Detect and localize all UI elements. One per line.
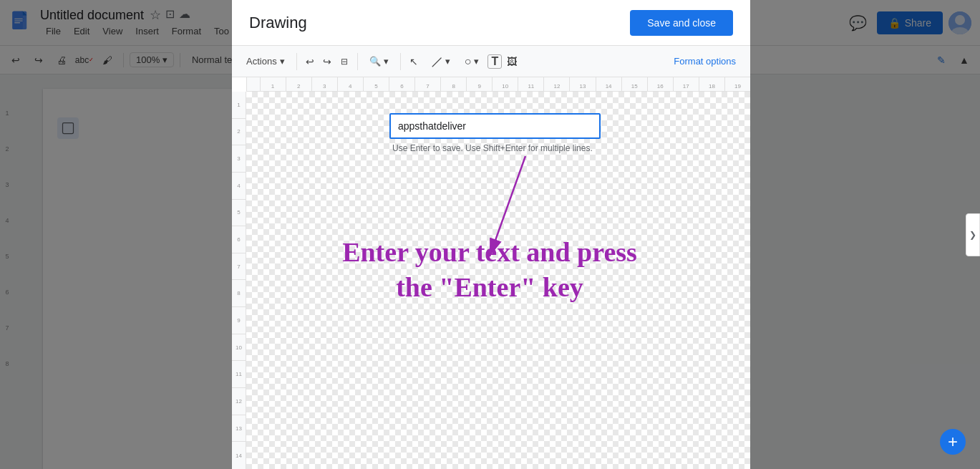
- drawing-ruler-top: 1 2 3 4 5 6 7 8 9 10 11 12 13 14 15 16 1…: [246, 77, 750, 92]
- ruler-left-3: 3: [232, 145, 246, 173]
- ruler-tick-3: 3: [311, 77, 337, 91]
- ruler-tick-17: 17: [673, 77, 699, 91]
- canvas-textbox-container: Use Enter to save. Use Shift+Enter for m…: [389, 113, 601, 153]
- canvas-arrow-svg: [475, 156, 561, 271]
- ruler-left-6: 6: [232, 226, 246, 253]
- drawing-dialog: Drawing Save and close Actions ▾ ↩ ↪ ⊟ 🔍…: [232, 0, 750, 469]
- collapse-panel-button[interactable]: ❯: [966, 213, 980, 256]
- drawing-title: Drawing: [249, 14, 307, 32]
- ruler-tick-15: 15: [621, 77, 647, 91]
- ruler-left-1: 1: [232, 92, 246, 119]
- ruler-tick-7: 7: [414, 77, 440, 91]
- toolbar-sep-c: [400, 53, 401, 70]
- shape-chevron-icon: ▾: [474, 56, 479, 67]
- svg-line-14: [490, 156, 525, 256]
- text-tool-button[interactable]: T: [487, 54, 502, 69]
- ruler-ticks: 1 2 3 4 5 6 7 8 9 10 11 12 13 14 15 16 1…: [246, 77, 750, 91]
- ruler-tick-13: 13: [569, 77, 595, 91]
- zoom-in-icon: 🔍: [369, 56, 381, 67]
- actions-button[interactable]: Actions ▾: [241, 53, 291, 69]
- format-options-button[interactable]: Format options: [668, 53, 742, 69]
- drawing-ruler-left: 1 2 3 4 5 6 7 8 9 10 11 12 13 14: [232, 92, 246, 469]
- drawing-zoom-button[interactable]: 🔍 ▾: [364, 53, 394, 69]
- ruler-tick-16: 16: [647, 77, 673, 91]
- line-chevron-icon: ▾: [445, 56, 450, 67]
- canvas-handwritten-text: Enter your text and press the "Enter" ke…: [289, 235, 690, 306]
- canvas-textbox-hint: Use Enter to save. Use Shift+Enter for m…: [389, 143, 601, 153]
- ruler-tick-5: 5: [363, 77, 389, 91]
- actions-label: Actions: [246, 56, 277, 67]
- handwritten-line1: Enter your text and press: [342, 237, 637, 267]
- drawing-align-button[interactable]: ⊟: [337, 54, 351, 69]
- drawing-undo-button[interactable]: ↩: [303, 54, 317, 69]
- ruler-tick-2: 2: [286, 77, 311, 91]
- ruler-left-12: 12: [232, 388, 246, 415]
- add-to-doc-button[interactable]: +: [940, 429, 966, 455]
- drawing-toolbar: Actions ▾ ↩ ↪ ⊟ 🔍 ▾ ↖ — ▾ ○ ▾ T 🖼: [232, 46, 750, 77]
- ruler-tick-9: 9: [466, 77, 492, 91]
- select-tool-button[interactable]: ↖: [407, 54, 421, 69]
- ruler-left-14: 14: [232, 442, 246, 469]
- shape-tool-button[interactable]: ○ ▾: [459, 52, 485, 71]
- ruler-left-10: 10: [232, 334, 246, 362]
- line-tool-button[interactable]: — ▾: [424, 52, 456, 71]
- ruler-tick-18: 18: [699, 77, 724, 91]
- ruler-tick-1: 1: [260, 77, 286, 91]
- drawing-redo-button[interactable]: ↪: [320, 54, 334, 69]
- image-tool-button[interactable]: 🖼: [505, 54, 519, 69]
- ruler-tick-14: 14: [596, 77, 621, 91]
- ruler-tick-11: 11: [518, 77, 543, 91]
- drawing-canvas-wrap[interactable]: 1 2 3 4 5 6 7 8 9 10 11 12 13 14 15 16 1…: [232, 77, 750, 469]
- ruler-left-7: 7: [232, 253, 246, 281]
- save-and-close-button[interactable]: Save and close: [630, 10, 733, 36]
- chevron-left-icon: ❯: [969, 230, 976, 240]
- ruler-left-2: 2: [232, 119, 246, 146]
- actions-chevron-icon: ▾: [280, 56, 285, 67]
- ruler-tick-4: 4: [337, 77, 363, 91]
- toolbar-sep-b: [357, 53, 358, 70]
- line-tool-icon: —: [427, 52, 445, 70]
- ruler-tick-6: 6: [389, 77, 414, 91]
- drawing-canvas[interactable]: Use Enter to save. Use Shift+Enter for m…: [246, 92, 750, 469]
- handwritten-line2: the "Enter" key: [396, 272, 583, 302]
- plus-icon: +: [948, 432, 958, 452]
- toolbar-sep-a: [296, 53, 297, 70]
- ruler-tick-19: 19: [724, 77, 750, 91]
- ruler-left-8: 8: [232, 280, 246, 307]
- zoom-chevron-icon: ▾: [384, 56, 389, 67]
- ruler-left-11: 11: [232, 361, 246, 388]
- ruler-left-13: 13: [232, 415, 246, 443]
- ruler-tick-10: 10: [492, 77, 518, 91]
- ruler-tick-12: 12: [543, 77, 569, 91]
- ruler-tick-8: 8: [440, 77, 466, 91]
- drawing-header: Drawing Save and close: [232, 0, 750, 46]
- ruler-left-4: 4: [232, 173, 246, 200]
- ruler-left-5: 5: [232, 200, 246, 227]
- ruler-left-9: 9: [232, 307, 246, 334]
- canvas-text-input[interactable]: [389, 113, 601, 139]
- shape-tool-icon: ○: [465, 55, 472, 68]
- ruler-tick--1: [246, 77, 260, 91]
